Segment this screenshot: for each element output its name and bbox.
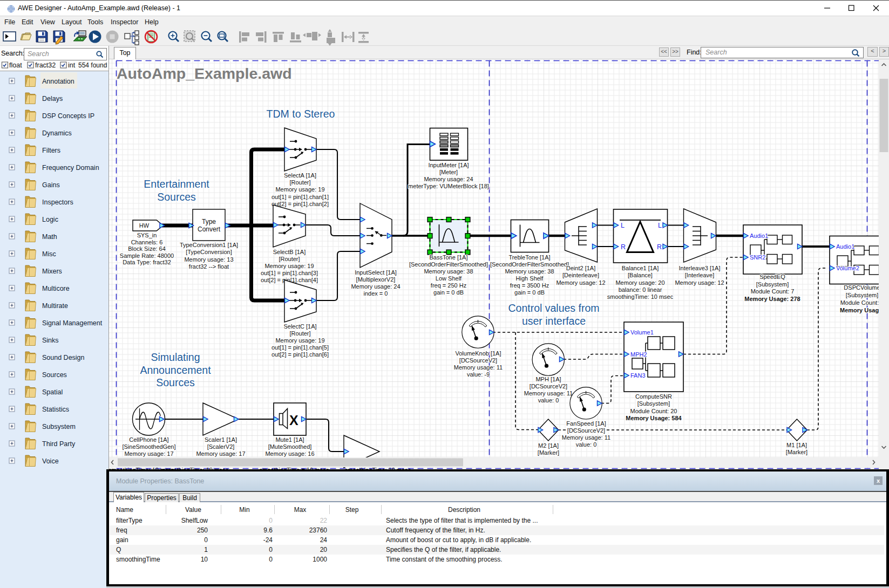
- svg-text:Memory usage: 16: Memory usage: 16: [265, 450, 314, 457]
- svg-text:[Deinterleave]: [Deinterleave]: [562, 272, 599, 278]
- svg-text:SNR2: SNR2: [750, 254, 765, 261]
- svg-text:Module Count: 5: Module Count: 5: [840, 299, 879, 306]
- svg-text:Type: Type: [202, 218, 216, 225]
- svg-text:23760: 23760: [309, 527, 328, 534]
- svg-text:Memory usage: 12: Memory usage: 12: [556, 279, 605, 286]
- svg-text:0: 0: [204, 536, 208, 544]
- svg-text:Audio1: Audio1: [750, 233, 768, 239]
- svg-text:SpeedEQ: SpeedEQ: [759, 274, 785, 280]
- svg-text:Memory usage: 13: Memory usage: 13: [184, 256, 233, 263]
- svg-text:22: 22: [320, 517, 328, 524]
- svg-text:[Marker]: [Marker]: [538, 449, 559, 456]
- svg-text:[Router]: [Router]: [279, 256, 300, 262]
- svg-text:CellPhone [1A]: CellPhone [1A]: [129, 436, 168, 443]
- svg-text:TrebleTone [1A]: TrebleTone [1A]: [508, 254, 550, 261]
- svg-text:[Router]: [Router]: [289, 179, 310, 186]
- svg-text:Voice: Voice: [42, 457, 59, 465]
- svg-text:freq = 3500 Hz: freq = 3500 Hz: [510, 282, 549, 289]
- svg-text:[Meter]: [Meter]: [439, 169, 458, 175]
- svg-text:Memory usage: 11: Memory usage: 11: [454, 364, 503, 371]
- svg-text:SYS_in: SYS_in: [137, 232, 157, 238]
- svg-text:Frequency Domain: Frequency Domain: [42, 164, 99, 172]
- svg-text:Q: Q: [116, 546, 121, 553]
- svg-text:250: 250: [197, 527, 208, 534]
- svg-text:MPH2: MPH2: [630, 351, 647, 358]
- svg-text:[Marker]: [Marker]: [786, 449, 807, 455]
- svg-text:R: R: [657, 243, 662, 251]
- svg-text:Memory usage: 17: Memory usage: 17: [196, 450, 245, 457]
- svg-text:float: float: [9, 61, 22, 69]
- svg-text:1: 1: [204, 546, 208, 553]
- svg-text:Amount of boost or cut to appl: Amount of boost or cut to apply, in dB i…: [386, 536, 531, 544]
- svg-text:Memory usage: 20: Memory usage: 20: [615, 279, 664, 286]
- svg-text:Description: Description: [448, 506, 480, 514]
- svg-text:Inspectors: Inspectors: [42, 199, 73, 206]
- svg-text:Annotation: Annotation: [42, 78, 74, 85]
- svg-text:Control values from: Control values from: [508, 302, 599, 314]
- svg-text:[DCSourceV2]: [DCSourceV2]: [567, 427, 605, 434]
- svg-text:[SecondOrderFilterSmoothed]: [SecondOrderFilterSmoothed]: [409, 261, 488, 268]
- svg-text:BassTone [1A]: BassTone [1A]: [430, 254, 468, 261]
- svg-text:SelectB [1A]: SelectB [1A]: [273, 249, 306, 255]
- svg-text:Memory usage: 11: Memory usage: 11: [524, 390, 573, 396]
- svg-text:R: R: [621, 243, 626, 251]
- svg-text:FanSpeed [1A]: FanSpeed [1A]: [566, 420, 606, 427]
- svg-text:L: L: [658, 222, 662, 229]
- svg-text:Module Count: 7: Module Count: 7: [751, 288, 795, 295]
- svg-text:out[1] = pin[1].chan[5]: out[1] = pin[1].chan[5]: [272, 344, 329, 351]
- svg-text:Sinks: Sinks: [42, 337, 59, 344]
- svg-text:TDM to Stereo: TDM to Stereo: [267, 108, 335, 120]
- svg-text:Spatial: Spatial: [42, 388, 63, 396]
- svg-text:Channels: 6: Channels: 6: [131, 239, 163, 245]
- svg-text:20: 20: [320, 546, 328, 553]
- svg-text:Volume2: Volume2: [836, 265, 859, 271]
- svg-text:24: 24: [320, 536, 328, 544]
- svg-text:Memory Usage:: Memory Usage:: [840, 307, 879, 313]
- svg-text:smoothingTime: 10 msec: smoothingTime: 10 msec: [607, 293, 674, 300]
- svg-text:Scaler1 [1A]: Scaler1 [1A]: [205, 436, 237, 443]
- svg-text:ShelfLow: ShelfLow: [181, 517, 208, 524]
- svg-text:Misc: Misc: [42, 250, 56, 258]
- svg-text:Convert: Convert: [198, 225, 221, 233]
- svg-text:Memory usage: 24: Memory usage: 24: [351, 283, 400, 290]
- svg-text:InputSelect [1A]: InputSelect [1A]: [355, 269, 397, 276]
- svg-text:Dynamics: Dynamics: [42, 129, 72, 137]
- svg-text:Block Size: 64: Block Size: 64: [128, 245, 166, 252]
- svg-text:Statistics: Statistics: [42, 406, 69, 413]
- svg-text:freq: freq: [116, 527, 127, 534]
- svg-text:Specifies the Q of the filter,: Specifies the Q of the filter, if applic…: [386, 546, 501, 553]
- svg-text:0: 0: [269, 546, 273, 553]
- svg-text:[Interleave]: [Interleave]: [685, 272, 714, 278]
- svg-text:value: -9: value: -9: [467, 371, 490, 378]
- svg-text:Memory Usage: 278: Memory Usage: 278: [744, 296, 800, 302]
- svg-text:[SecondOrderFilterSmoothed]: [SecondOrderFilterSmoothed]: [490, 261, 569, 268]
- svg-text:[Balance]: [Balance]: [628, 272, 653, 278]
- svg-text:Mute1 [1A]: Mute1 [1A]: [275, 436, 304, 443]
- svg-text:X: X: [289, 413, 298, 428]
- svg-text:[MuteSmoothed]: [MuteSmoothed]: [268, 443, 312, 450]
- svg-text:554 found: 554 found: [78, 61, 107, 69]
- svg-text:ComputeSNR: ComputeSNR: [635, 393, 672, 400]
- svg-text:High Shelf: High Shelf: [516, 275, 544, 282]
- svg-text:Announcement: Announcement: [140, 364, 211, 376]
- svg-text:Memory usage: 12: Memory usage: 12: [675, 279, 724, 286]
- svg-text:value: 0: value: 0: [538, 397, 559, 404]
- svg-text:Subsystem: Subsystem: [42, 423, 76, 430]
- svg-text:Audio1: Audio1: [836, 243, 854, 250]
- svg-text:0: 0: [269, 517, 273, 524]
- svg-text:L: L: [621, 222, 625, 229]
- svg-text:Signal Management: Signal Management: [42, 319, 103, 327]
- svg-text:[Subsystem]: [Subsystem]: [637, 400, 670, 407]
- svg-text:Sound Design: Sound Design: [42, 354, 85, 361]
- svg-text:Interleave3 [1A]: Interleave3 [1A]: [678, 265, 720, 271]
- svg-text:TypeConversion1 [1A]: TypeConversion1 [1A]: [180, 242, 238, 248]
- svg-text:Filters: Filters: [42, 147, 60, 154]
- svg-text:Sources: Sources: [42, 371, 67, 379]
- svg-text:smoothingTime: smoothingTime: [116, 556, 160, 563]
- svg-text:Cutoff frequency of the filter: Cutoff frequency of the filter, in Hz.: [386, 527, 485, 534]
- svg-text:Selects the type of filter tha: Selects the type of filter that is imple…: [386, 517, 538, 524]
- svg-text:[DCSourceV2]: [DCSourceV2]: [530, 383, 567, 389]
- svg-text:AutoAmp_Example.awd: AutoAmp_Example.awd: [117, 65, 292, 82]
- svg-text:Simulating: Simulating: [151, 351, 200, 363]
- svg-text:Memory usage: 11: Memory usage: 11: [562, 434, 610, 441]
